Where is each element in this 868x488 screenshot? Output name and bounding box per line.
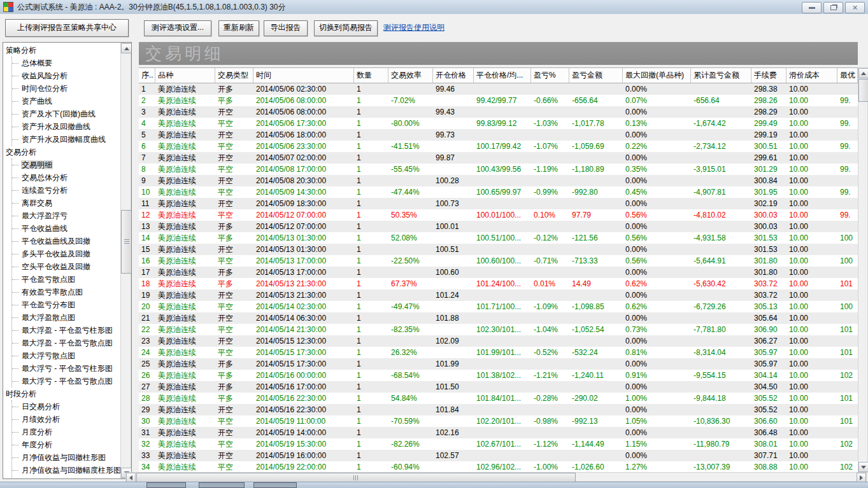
sidebar-item[interactable]: 平仓收益曲线: [12, 222, 123, 235]
sidebar-item[interactable]: 最大浮亏散点图: [12, 349, 123, 362]
table-horizontal-scrollbar[interactable]: [125, 472, 867, 482]
upload-report-button[interactable]: 上传测评报告至策略共享中心: [5, 19, 129, 37]
column-header-7[interactable]: 平仓价格/均...: [474, 68, 531, 83]
sidebar-item[interactable]: 日交易分析: [12, 400, 123, 413]
table-row[interactable]: 11美原油连续开空2014/05/09 18:30:001100.730.00%…: [139, 198, 858, 209]
table-row[interactable]: 5美原油连续开空2014/05/06 18:00:00199.730.00%29…: [139, 129, 858, 141]
sidebar-section-0[interactable]: 策略分析: [6, 44, 123, 57]
table-row[interactable]: 19美原油连续开空2014/05/13 21:30:001101.240.00%…: [139, 289, 858, 301]
sidebar-item[interactable]: 月度分析: [12, 426, 123, 438]
switch-simple-report-button[interactable]: 切换到简易报告: [314, 20, 378, 36]
sidebar-section-1[interactable]: 交易分析: [6, 146, 123, 158]
table-row[interactable]: 22美原油连续平空2014/05/14 21:30:001-82.35%102.…: [139, 324, 858, 335]
table-vscroll-thumb[interactable]: [858, 79, 868, 102]
sidebar-item[interactable]: 资产及水下(回撤)曲线: [12, 108, 123, 120]
sidebar-item[interactable]: 连续盈亏分析: [12, 184, 123, 197]
column-header-12[interactable]: 手续费: [751, 68, 786, 83]
sidebar-item[interactable]: 收益风险分析: [12, 69, 123, 82]
sidebar-item[interactable]: 最大浮亏 - 平仓盈亏柱形图: [12, 362, 123, 375]
table-row[interactable]: 30美原油连续平空2014/05/19 11:00:001-70.59%102.…: [139, 415, 858, 427]
sidebar-item[interactable]: 资产升水及回撤曲线: [12, 120, 123, 133]
column-header-4[interactable]: 数量: [354, 68, 388, 83]
table-row[interactable]: 20美原油连续平空2014/05/14 02:30:001-49.47%101.…: [139, 301, 858, 312]
column-header-11[interactable]: 累计盈亏金额: [691, 68, 751, 83]
sidebar-item[interactable]: 最大浮盈浮亏: [12, 209, 123, 222]
sidebar-item[interactable]: 交易总体分析: [12, 171, 123, 184]
evaluation-options-button[interactable]: 测评选项设置...: [144, 20, 211, 36]
sidebar-scroll-thumb[interactable]: [121, 210, 132, 274]
sidebar-item[interactable]: 最大浮亏 - 平仓盈亏散点图: [12, 375, 123, 387]
table-row[interactable]: 25美原油连续开多2014/05/15 17:30:001101.990.00%…: [139, 358, 858, 370]
sidebar-item[interactable]: 月净值收益与回撤幅度柱形图: [12, 464, 123, 477]
table-row[interactable]: 26美原油连续平多2014/05/16 00:00:001-68.54%101.…: [139, 370, 858, 381]
refresh-button[interactable]: 重新刷新: [218, 20, 259, 36]
table-row[interactable]: 6美原油连续平空2014/05/06 23:30:001-41.51%100.1…: [139, 141, 858, 152]
sidebar-item[interactable]: 最大浮盈 - 平仓盈亏散点图: [12, 337, 123, 349]
table-row[interactable]: 7美原油连续开空2014/05/07 02:00:00199.870.00%29…: [139, 152, 858, 164]
table-row[interactable]: 12美原油连续平空2014/05/12 07:00:00150.35%100.0…: [139, 209, 858, 221]
table-row[interactable]: 21美原油连续开空2014/05/14 06:30:001101.880.00%…: [139, 312, 858, 324]
scroll-left-button[interactable]: [126, 473, 136, 482]
restore-button[interactable]: [823, 2, 843, 13]
sidebar-item[interactable]: 时间仓位分析: [12, 82, 123, 95]
table-row[interactable]: 24美原油连续平空2014/05/15 17:30:00126.32%101.9…: [139, 347, 858, 358]
table-row[interactable]: 28美原油连续平多2014/05/16 22:30:00154.84%101.8…: [139, 393, 858, 404]
column-header-9[interactable]: 盈亏金额: [569, 68, 623, 83]
table-row[interactable]: 10美原油连续平空2014/05/09 14:30:001-47.44%100.…: [139, 186, 858, 198]
close-button[interactable]: ✕: [845, 2, 865, 13]
table-row[interactable]: 9美原油连续开空2014/05/08 20:30:001100.280.00%3…: [139, 175, 858, 186]
table-row[interactable]: 17美原油连续开多2014/05/13 17:00:001100.600.00%…: [139, 267, 858, 278]
table-row[interactable]: 4美原油连续平空2014/05/06 17:30:001-80.00%99.83…: [139, 118, 858, 129]
sidebar-item[interactable]: 月净值收益与回撤柱形图: [12, 451, 123, 464]
column-header-5[interactable]: 交易效率: [388, 68, 433, 83]
table-row[interactable]: 8美原油连续平空2014/05/08 17:00:001-55.45%100.4…: [139, 164, 858, 175]
table-row[interactable]: 16美原油连续平空2014/05/13 17:00:001-22.50%100.…: [139, 255, 858, 267]
column-header-6[interactable]: 开仓价格: [433, 68, 474, 83]
minimize-button[interactable]: [802, 2, 822, 13]
sidebar-item[interactable]: 月平仓收益与回撤柱形图: [12, 477, 123, 479]
scroll-right-button[interactable]: [857, 473, 866, 482]
scroll-down-button[interactable]: [858, 462, 868, 472]
table-row[interactable]: 32美原油连续平空2014/05/19 15:30:001-82.26%102.…: [139, 438, 858, 450]
sidebar-section-2[interactable]: 时段分析: [6, 387, 123, 400]
sidebar-item[interactable]: 资产升水及回撤幅度曲线: [12, 133, 123, 146]
sidebar-item[interactable]: 年度分析: [12, 438, 123, 451]
table-row[interactable]: 34美原油连续平空2014/05/19 22:00:001-60.94%102.…: [139, 461, 858, 472]
sidebar-item[interactable]: 月绩效分析: [12, 413, 123, 426]
table-row[interactable]: 3美原油连续开空2014/05/06 08:00:00199.430.00%29…: [139, 106, 858, 118]
sidebar-item[interactable]: 离群交易: [12, 197, 123, 209]
sidebar-item[interactable]: 资产曲线: [12, 95, 123, 108]
table-row[interactable]: 2美原油连续平多2014/05/06 08:00:001-7.02%99.42/…: [139, 95, 858, 106]
sidebar-scrollbar[interactable]: [120, 43, 131, 478]
column-header-3[interactable]: 时间: [253, 68, 354, 83]
table-row[interactable]: 23美原油连续开空2014/05/15 12:30:001102.090.00%…: [139, 335, 858, 347]
scroll-up-button[interactable]: [121, 43, 132, 53]
column-header-14[interactable]: 最优: [837, 68, 858, 83]
table-row[interactable]: 1美原油连续开多2014/05/06 02:30:00199.460.00%29…: [139, 83, 858, 95]
table-hscroll-thumb[interactable]: [136, 473, 576, 482]
sidebar-item[interactable]: 多头平仓收益及回撤: [12, 247, 123, 260]
table-row[interactable]: 15美原油连续开空2014/05/13 01:30:001100.510.00%…: [139, 244, 858, 255]
table-row[interactable]: 14美原油连续平多2014/05/13 01:30:00152.08%100.5…: [139, 232, 858, 244]
sidebar-item[interactable]: 最大浮盈散点图: [12, 311, 123, 324]
sidebar-item[interactable]: 平仓收益曲线及回撤: [12, 235, 123, 247]
export-report-button[interactable]: 导出报告: [264, 20, 308, 36]
table-vertical-scrollbar[interactable]: [858, 67, 868, 473]
table-row[interactable]: 27美原油连续开多2014/05/16 17:00:001101.500.00%…: [139, 381, 858, 393]
report-help-link[interactable]: 测评报告使用说明: [383, 22, 445, 33]
table-row[interactable]: 18美原油连续平多2014/05/13 21:30:00167.37%101.2…: [139, 278, 858, 289]
sidebar-item[interactable]: 平仓盈亏散点图: [12, 273, 123, 286]
sidebar-item[interactable]: 交易明细: [12, 158, 123, 171]
column-header-0[interactable]: 序..: [139, 68, 155, 83]
column-header-8[interactable]: 盈亏%: [531, 68, 569, 83]
column-header-2[interactable]: 交易类型: [215, 68, 253, 83]
sidebar-item[interactable]: 平仓盈亏分布图: [12, 298, 123, 311]
scroll-up-button[interactable]: [858, 68, 868, 78]
sidebar-item[interactable]: 空头平仓收益及回撤: [12, 260, 123, 273]
table-row[interactable]: 13美原油连续开多2014/05/12 07:00:001100.010.00%…: [139, 221, 858, 232]
sidebar-item[interactable]: 总体概要: [12, 57, 123, 69]
column-header-13[interactable]: 滑价成本: [786, 68, 837, 83]
table-row[interactable]: 29美原油连续开空2014/05/16 22:30:001101.840.00%…: [139, 404, 858, 415]
sidebar-item[interactable]: 有效盈亏率散点图: [12, 286, 123, 298]
column-header-1[interactable]: 品种: [155, 68, 215, 83]
